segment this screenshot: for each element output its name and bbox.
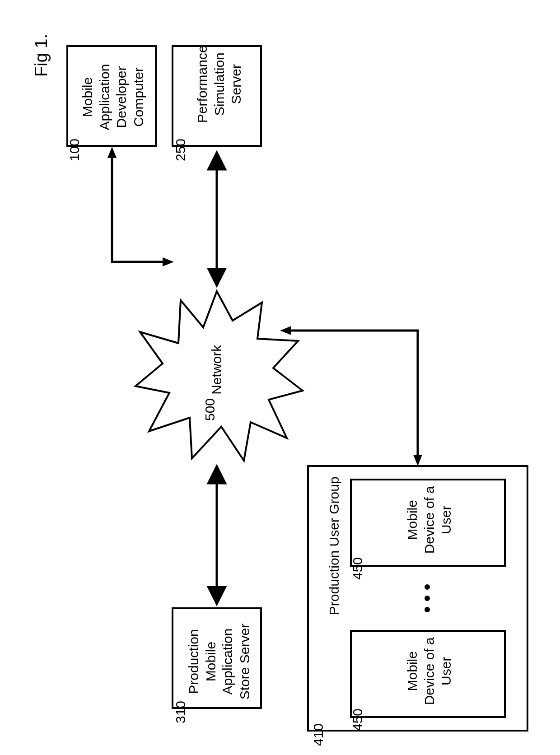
- label-mobile-device-2: Mobile Device of a User: [404, 626, 455, 716]
- label-mobile-device-1: Mobile Device of a User: [404, 475, 455, 565]
- label-simulation-server: Performance Simulation Server: [194, 34, 245, 134]
- ref-simulation-server: 250: [173, 116, 188, 161]
- figure-label: Fig 1.: [32, 34, 51, 77]
- ref-production-user-group: 410: [311, 701, 326, 746]
- label-developer-computer: Mobile Application Developer Computer: [79, 52, 147, 142]
- svg-marker-1: [107, 147, 117, 158]
- arrow-network-to-group: [280, 326, 422, 466]
- ref-mobile-device-2: 450: [350, 686, 365, 731]
- label-store-server: Production Mobile Application Store Serv…: [185, 616, 253, 707]
- ellipsis-dot: [425, 596, 430, 601]
- ref-store-server: 310: [173, 678, 188, 723]
- ref-mobile-device-1: 450: [350, 535, 365, 580]
- svg-marker-3: [280, 326, 291, 335]
- ellipsis-dot: [425, 607, 430, 612]
- ref-developer-computer: 100: [67, 116, 82, 161]
- ellipsis-dot: [425, 584, 430, 590]
- diagram-canvas: Fig 1. Mobile Application Developer Comp…: [0, 0, 560, 755]
- label-production-user-group: Production User Group: [326, 476, 343, 616]
- svg-marker-4: [413, 455, 422, 466]
- svg-marker-2: [163, 257, 174, 266]
- arrow-dev-to-network: [107, 147, 174, 266]
- ref-network: 500: [202, 376, 218, 421]
